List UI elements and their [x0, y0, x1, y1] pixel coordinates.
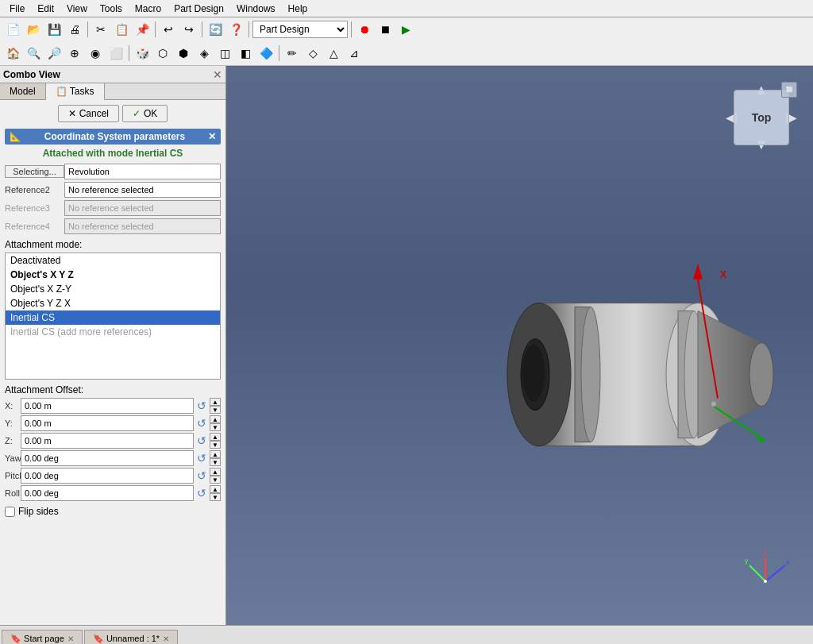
section-header: 📐 Coordinate System parameters ✕ [5, 129, 221, 145]
offset-reset-icon[interactable]: ↺ [194, 485, 210, 501]
menu-windows[interactable]: Windows [230, 2, 282, 16]
ok-button[interactable]: ✓ OK [122, 105, 168, 122]
offset-input[interactable] [21, 450, 194, 466]
bottom-tab[interactable]: 🔖 Start page✕ [2, 630, 83, 644]
menu-help[interactable]: Help [282, 2, 314, 16]
offset-reset-icon[interactable]: ↺ [194, 468, 210, 484]
flip-sides-label[interactable]: Flip sides [18, 506, 59, 517]
viewport[interactable]: ▲ ▼ ◀ ▶ Top ⬜ [226, 66, 813, 625]
toolbar-nav6[interactable]: ◧ [236, 44, 255, 63]
tab-model[interactable]: Model [0, 83, 46, 99]
reference2-input[interactable] [64, 182, 221, 198]
offset-spinner-up[interactable]: ▲ [210, 415, 221, 423]
toolbar-help2[interactable]: ❓ [226, 20, 245, 39]
offset-spinner-up[interactable]: ▲ [210, 398, 221, 406]
toolbar-view5[interactable]: ◉ [86, 44, 105, 63]
offset-input[interactable] [21, 415, 194, 431]
toolbar-execute[interactable]: ▶ [396, 20, 415, 39]
cancel-button[interactable]: ✕ Cancel [58, 105, 119, 122]
toolbar-cut[interactable]: ✂ [91, 20, 110, 39]
offset-spinner-down[interactable]: ▼ [210, 441, 221, 449]
offset-reset-icon[interactable]: ↺ [194, 415, 210, 431]
ok-icon: ✓ [133, 108, 141, 119]
section-collapse-icon[interactable]: ✕ [208, 131, 216, 142]
toolbar-draw4[interactable]: ⊿ [345, 44, 364, 63]
offset-spinner-up[interactable]: ▲ [210, 468, 221, 476]
toolbar-refresh[interactable]: 🔄 [206, 20, 225, 39]
mode-item[interactable]: Object's X Y Z [6, 268, 220, 282]
offset-reset-icon[interactable]: ↺ [194, 433, 210, 449]
toolbar-view6[interactable]: ⬜ [106, 44, 125, 63]
offset-input[interactable] [21, 398, 194, 414]
cube-corner-1[interactable]: ⬜ [781, 82, 797, 98]
toolbar-redo[interactable]: ↪ [179, 20, 198, 39]
offset-spinner-down[interactable]: ▼ [210, 476, 221, 484]
toolbar-nav4[interactable]: ◈ [195, 44, 214, 63]
toolbar-view3[interactable]: 🔎 [44, 44, 64, 63]
toolbar-paste[interactable]: 📌 [133, 20, 152, 39]
toolbar-undo[interactable]: ↩ [159, 20, 178, 39]
tab-tasks[interactable]: 📋 Tasks [46, 83, 105, 100]
sep3 [202, 21, 202, 37]
toolbar-area: 📄 📂 💾 🖨 ✂ 📋 📌 ↩ ↪ 🔄 ❓ Part Design ⏺ ⏹ ▶ … [0, 17, 813, 66]
toolbar-view2[interactable]: 🔍 [24, 44, 43, 63]
bottom-tab-close-icon[interactable]: ✕ [67, 634, 74, 643]
toolbar-view4[interactable]: ⊕ [65, 44, 84, 63]
toolbar-nav2[interactable]: ⬡ [153, 44, 172, 63]
mode-item[interactable]: Deactivated [6, 253, 220, 268]
bottom-tab[interactable]: 🔖 Unnamed : 1*✕ [84, 630, 178, 644]
toolbar-print[interactable]: 🖨 [65, 20, 84, 39]
offset-spinner-up[interactable]: ▲ [210, 450, 221, 458]
nav-cube[interactable]: ▲ ▼ ◀ ▶ Top ⬜ [726, 82, 797, 153]
section-title: Coordinate System parameters [44, 131, 185, 142]
toolbar-nav3[interactable]: ⬢ [174, 44, 193, 63]
offset-reset-icon[interactable]: ↺ [194, 450, 210, 466]
toolbar-draw3[interactable]: △ [324, 44, 343, 63]
menu-edit[interactable]: Edit [31, 2, 60, 16]
toolbar-nav7[interactable]: 🔷 [256, 44, 275, 63]
offset-spinner-down[interactable]: ▼ [210, 423, 221, 431]
menu-macro[interactable]: Macro [129, 2, 168, 16]
reference4-label: Reference4 [5, 222, 64, 231]
selecting-input[interactable] [64, 164, 221, 179]
sep2 [155, 21, 156, 37]
menu-partdesign[interactable]: Part Design [168, 2, 230, 16]
mode-item[interactable]: Inertial CS [6, 310, 220, 325]
toolbar-stop[interactable]: ⏹ [376, 20, 395, 39]
toolbar-nav1[interactable]: 🎲 [133, 44, 152, 63]
workbench-dropdown[interactable]: Part Design [252, 21, 348, 38]
offset-input[interactable] [21, 433, 194, 449]
combo-close-icon[interactable]: ✕ [213, 68, 222, 81]
menu-tools[interactable]: Tools [94, 2, 129, 16]
toolbar-new[interactable]: 📄 [3, 20, 22, 39]
offset-spinner-up[interactable]: ▲ [210, 433, 221, 441]
mode-item[interactable]: Object's X Z-Y [6, 282, 220, 296]
offset-spinner-down[interactable]: ▼ [210, 458, 221, 466]
selecting-label[interactable]: Selecting... [5, 165, 64, 178]
toolbar-draw1[interactable]: ✏ [283, 44, 302, 63]
offset-spinner-down[interactable]: ▼ [210, 493, 221, 501]
offset-reset-icon[interactable]: ↺ [194, 398, 210, 414]
offset-spinner-down[interactable]: ▼ [210, 406, 221, 414]
toolbar-save[interactable]: 💾 [44, 20, 64, 39]
tasks-icon: 📋 [56, 86, 67, 97]
offset-spinner-up[interactable]: ▲ [210, 485, 221, 493]
menu-view[interactable]: View [60, 2, 94, 16]
offset-row: Yaw: ↺ ▲ ▼ [5, 450, 221, 466]
flip-sides-checkbox[interactable] [5, 507, 15, 517]
bottom-tab-close-icon[interactable]: ✕ [163, 634, 169, 643]
offset-input[interactable] [21, 485, 194, 501]
svg-point-23 [764, 580, 767, 583]
toolbar-nav5[interactable]: ◫ [215, 44, 234, 63]
offset-input[interactable] [21, 468, 194, 484]
toolbar-draw2[interactable]: ◇ [303, 44, 322, 63]
reference3-row: Reference3 [5, 200, 221, 216]
menu-file[interactable]: File [3, 2, 31, 16]
offset-row: X: ↺ ▲ ▼ [5, 398, 221, 414]
toolbar-open[interactable]: 📂 [24, 20, 43, 39]
toolbar-record[interactable]: ⏺ [355, 20, 374, 39]
toolbar-view1[interactable]: 🏠 [3, 44, 22, 63]
mode-item[interactable]: Object's Y Z X [6, 296, 220, 310]
nav-cube-face[interactable]: Top [734, 90, 789, 145]
toolbar-copy[interactable]: 📋 [112, 20, 131, 39]
